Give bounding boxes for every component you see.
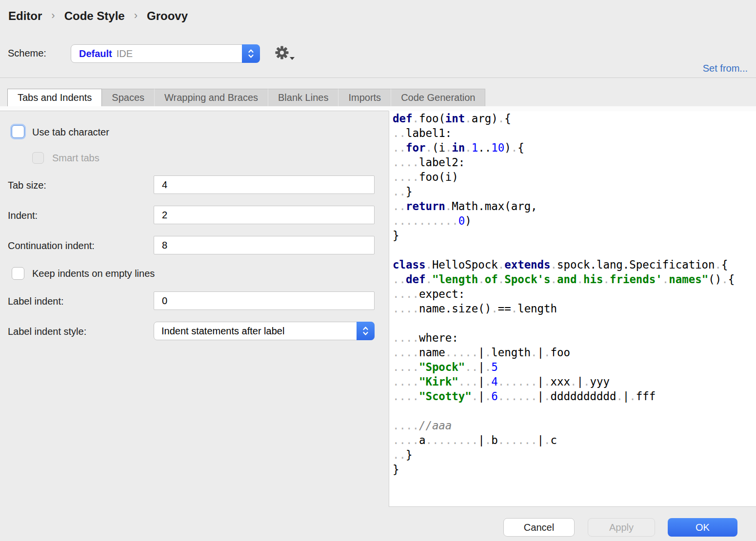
smart-tabs-label: Smart tabs [52,153,99,164]
use-tab-character-label: Use tab character [32,127,109,138]
footer: Cancel Apply OK [0,507,756,541]
continuation-indent-label: Continuation indent: [8,240,95,251]
code-preview: def.foo(int.arg).{..label1:..for.(i.in.1… [393,111,735,477]
tab-size-input[interactable] [154,175,375,194]
scheme-label: Scheme: [8,48,46,59]
gear-dropdown-caret-icon [290,57,295,60]
label-indent-input[interactable] [154,291,375,310]
scheme-select-spinner-icon[interactable] [242,44,260,63]
tab-code-generation[interactable]: Code Generation [391,89,485,106]
smart-tabs-checkbox[interactable] [32,152,44,164]
label-indent-label: Label indent: [8,296,64,307]
indent-label: Indent: [8,210,38,221]
scheme-suffix: IDE [117,48,133,59]
settings-form: Use tab character Smart tabs Tab size: I… [0,111,389,507]
cancel-button[interactable]: Cancel [503,518,575,537]
scheme-value: Default [79,48,112,59]
tab-imports[interactable]: Imports [338,89,391,106]
ok-button[interactable]: OK [668,518,737,537]
keep-indents-checkbox[interactable] [12,267,24,280]
breadcrumb-code-style[interactable]: Code Style [64,9,125,22]
gear-icon [274,45,290,60]
set-from-link[interactable]: Set from... [703,63,748,74]
tab-bar: Tabs and Indents Spaces Wrapping and Bra… [7,89,485,106]
tab-tabs-and-indents[interactable]: Tabs and Indents [7,89,102,106]
tab-wrapping-and-braces[interactable]: Wrapping and Braces [155,89,268,106]
tab-size-label: Tab size: [8,180,46,191]
use-tab-character-checkbox[interactable] [12,125,24,138]
tab-spaces[interactable]: Spaces [102,89,155,106]
label-indent-style-value: Indent statements after label [161,326,284,337]
label-indent-style-spinner-icon[interactable] [357,322,375,340]
tab-blank-lines[interactable]: Blank Lines [268,89,338,106]
breadcrumb: Editor›Code Style›Groovy [8,9,188,23]
scheme-actions-gear[interactable] [274,45,294,62]
header-divider [0,77,756,78]
indent-input[interactable] [154,206,375,224]
label-indent-style-select[interactable]: Indent statements after label [154,322,375,340]
scheme-select[interactable]: Default IDE [71,44,260,63]
label-indent-style-label: Label indent style: [8,326,86,337]
breadcrumb-separator: › [51,9,55,21]
apply-button[interactable]: Apply [588,518,655,537]
keep-indents-label: Keep indents on empty lines [32,268,155,279]
breadcrumb-separator: › [134,9,138,21]
breadcrumb-groovy: Groovy [147,9,188,22]
breadcrumb-editor[interactable]: Editor [8,9,42,22]
continuation-indent-input[interactable] [154,236,375,254]
